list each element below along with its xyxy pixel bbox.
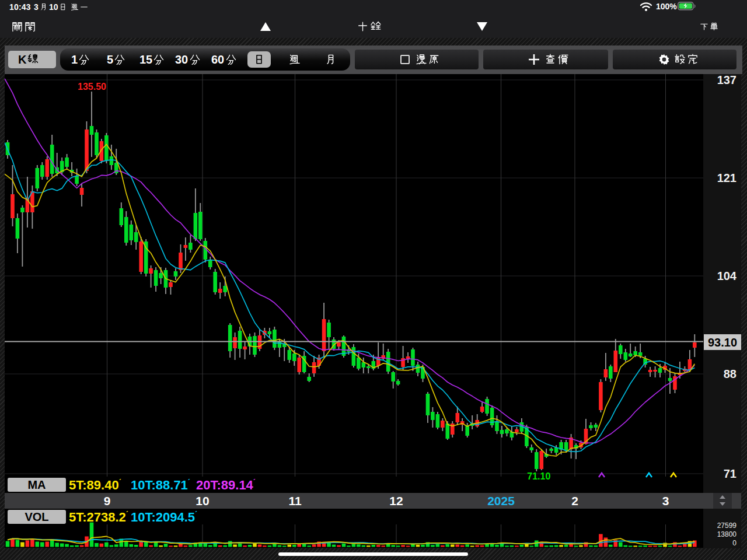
svg-text:88: 88 bbox=[724, 368, 736, 380]
svg-text:VOL: VOL bbox=[25, 510, 48, 523]
svg-text:9: 9 bbox=[104, 494, 111, 508]
svg-text:93.10: 93.10 bbox=[708, 336, 737, 349]
svg-text:3: 3 bbox=[662, 494, 669, 508]
svg-text:135.50: 135.50 bbox=[78, 82, 106, 92]
svg-text:71: 71 bbox=[724, 467, 736, 480]
svg-text:10T:2094.5ˊ: 10T:2094.5ˊ bbox=[131, 510, 197, 524]
svg-text:10T:88.71ˊ: 10T:88.71ˊ bbox=[131, 478, 190, 492]
svg-text:MA: MA bbox=[27, 478, 46, 491]
svg-text:2: 2 bbox=[571, 494, 578, 508]
svg-text:10: 10 bbox=[196, 494, 209, 508]
svg-text:137: 137 bbox=[717, 74, 736, 86]
svg-text:20T:89.14ˊ: 20T:89.14ˊ bbox=[196, 478, 256, 492]
svg-text:121: 121 bbox=[717, 172, 736, 184]
svg-text:27599: 27599 bbox=[717, 522, 737, 530]
svg-text:5T:2738.2ˊ: 5T:2738.2ˊ bbox=[69, 510, 128, 524]
svg-text:0: 0 bbox=[732, 539, 736, 547]
svg-text:13800: 13800 bbox=[717, 530, 737, 538]
svg-text:5T:89.40ˊ: 5T:89.40ˊ bbox=[69, 478, 121, 492]
svg-text:11: 11 bbox=[288, 494, 302, 508]
svg-text:12: 12 bbox=[389, 494, 403, 508]
svg-text:71.10: 71.10 bbox=[527, 471, 550, 481]
svg-text:104: 104 bbox=[717, 270, 737, 282]
svg-text:2025: 2025 bbox=[487, 494, 515, 508]
